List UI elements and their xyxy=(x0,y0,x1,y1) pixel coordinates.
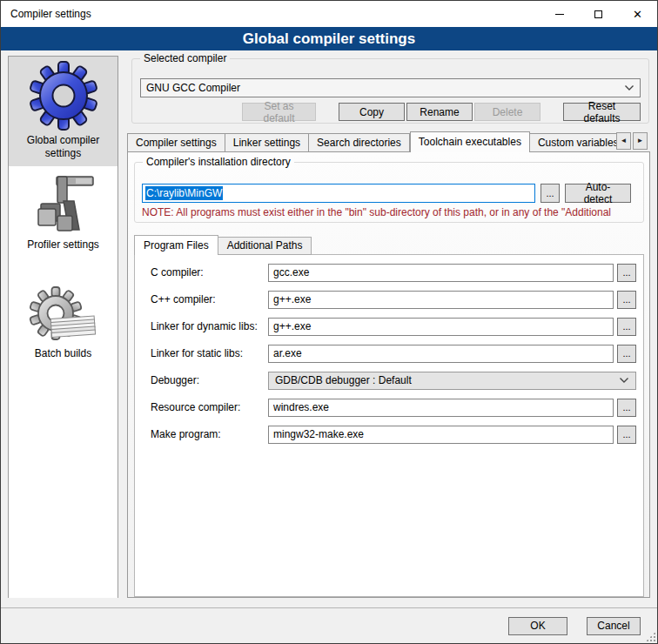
selected-compiler-group-label: Selected compiler xyxy=(140,52,230,64)
c-compiler-input[interactable] xyxy=(268,264,614,282)
cancel-button[interactable]: Cancel xyxy=(587,617,641,635)
resource-compiler-label: Resource compiler: xyxy=(151,401,268,413)
bin-subdirectory-note: NOTE: All programs must exist either in … xyxy=(142,206,636,218)
tab-search-directories[interactable]: Search directories xyxy=(309,133,410,152)
dynamic-linker-input[interactable] xyxy=(268,318,614,336)
installation-directory-input[interactable]: C:\raylib\MinGW xyxy=(142,184,535,203)
close-icon: ✕ xyxy=(633,9,642,20)
page-title: Global compiler settings xyxy=(1,27,657,50)
make-program-browse-button[interactable]: ... xyxy=(617,426,636,444)
program-files-page: C compiler: ... C++ compiler: ... Linker… xyxy=(134,254,644,597)
subtab-program-files[interactable]: Program Files xyxy=(134,235,218,255)
tab-scroll-left-button[interactable]: ◄ xyxy=(616,132,631,150)
delete-button[interactable]: Delete xyxy=(474,103,540,121)
reset-defaults-button[interactable]: Reset defaults xyxy=(563,103,641,121)
sidebar-item-label: Profiler settings xyxy=(27,238,99,252)
compiler-select[interactable]: GNU GCC Compiler xyxy=(140,78,641,97)
maximize-button[interactable] xyxy=(579,1,618,27)
dynamic-linker-label: Linker for dynamic libs: xyxy=(151,320,268,332)
cpp-compiler-browse-button[interactable]: ... xyxy=(617,291,636,309)
minimize-button[interactable] xyxy=(540,1,579,27)
set-as-default-button[interactable]: Set as default xyxy=(242,103,316,121)
installation-directory-value: C:\raylib\MinGW xyxy=(145,186,223,200)
compiler-buttons-row: Set as default Copy Rename Delete Reset … xyxy=(140,103,641,121)
dialog-footer: OK Cancel xyxy=(1,607,657,643)
compiler-settings-dialog: Compiler settings ✕ Global compiler sett… xyxy=(0,0,658,644)
gear-icon xyxy=(29,61,98,131)
cpp-compiler-input[interactable] xyxy=(268,291,614,309)
caliper-icon xyxy=(30,172,97,235)
window-controls: ✕ xyxy=(540,1,657,27)
maximize-icon xyxy=(594,10,602,18)
auto-detect-button[interactable]: Auto-detect xyxy=(565,184,631,203)
dynamic-linker-row: Linker for dynamic libs: ... xyxy=(151,318,636,336)
debugger-select[interactable]: GDB/CDB debugger : Default xyxy=(268,372,636,390)
compiler-select-value: GNU GCC Compiler xyxy=(146,82,624,94)
copy-button[interactable]: Copy xyxy=(339,103,405,121)
program-subtabs: Program Files Additional Paths xyxy=(134,235,644,255)
c-compiler-browse-button[interactable]: ... xyxy=(617,264,636,282)
tab-compiler-settings[interactable]: Compiler settings xyxy=(127,133,225,152)
debugger-row: Debugger: GDB/CDB debugger : Default xyxy=(151,372,636,390)
static-linker-label: Linker for static libs: xyxy=(151,347,268,359)
subtab-additional-paths[interactable]: Additional Paths xyxy=(218,237,312,255)
gear-papers-icon xyxy=(29,286,98,344)
tab-toolchain-executables[interactable]: Toolchain executables xyxy=(410,131,530,152)
debugger-label: Debugger: xyxy=(151,374,268,386)
selected-compiler-group: Selected compiler GNU GCC Compiler Set a… xyxy=(131,58,649,124)
c-compiler-label: C compiler: xyxy=(151,266,268,278)
rename-button[interactable]: Rename xyxy=(406,103,473,121)
tab-custom-variables[interactable]: Custom variables xyxy=(530,133,616,152)
c-compiler-row: C compiler: ... xyxy=(151,264,636,282)
sidebar-item-batch-builds[interactable]: Batch builds xyxy=(9,282,118,366)
resource-compiler-browse-button[interactable]: ... xyxy=(617,399,636,417)
chevron-down-icon xyxy=(624,84,634,91)
debugger-select-value: GDB/CDB debugger : Default xyxy=(275,374,619,386)
installation-directory-group: Compiler's installation directory C:\ray… xyxy=(134,162,644,223)
chevron-down-icon xyxy=(619,377,629,384)
sidebar-item-label: Global compiler settings xyxy=(10,134,116,160)
titlebar: Compiler settings ✕ xyxy=(1,1,657,27)
make-program-input[interactable] xyxy=(268,426,614,444)
static-linker-row: Linker for static libs: ... xyxy=(151,345,636,363)
ok-button[interactable]: OK xyxy=(508,617,567,635)
installation-directory-browse-button[interactable]: ... xyxy=(540,184,560,203)
static-linker-browse-button[interactable]: ... xyxy=(617,345,636,363)
sidebar-item-global-compiler-settings[interactable]: Global compiler settings xyxy=(9,57,118,166)
toolchain-executables-panel: Compiler's installation directory C:\ray… xyxy=(127,151,650,598)
minimize-icon xyxy=(555,14,564,15)
tab-linker-settings[interactable]: Linker settings xyxy=(225,133,309,152)
cpp-compiler-row: C++ compiler: ... xyxy=(151,291,636,309)
sidebar-item-profiler-settings[interactable]: Profiler settings xyxy=(9,168,118,258)
settings-category-sidebar: Global compiler settings xyxy=(8,56,118,598)
static-linker-input[interactable] xyxy=(268,345,614,363)
tab-scroll-right-button[interactable]: ► xyxy=(633,132,648,150)
cpp-compiler-label: C++ compiler: xyxy=(151,293,268,305)
settings-tabs: Compiler settings Linker settings Search… xyxy=(127,131,650,152)
window-title: Compiler settings xyxy=(1,8,91,20)
make-program-row: Make program: ... xyxy=(151,426,636,444)
tab-scroll-controls: ◄ ► xyxy=(616,132,648,150)
tabs-strip: Compiler settings Linker settings Search… xyxy=(127,131,616,152)
make-program-label: Make program: xyxy=(151,428,268,440)
resize-grip[interactable] xyxy=(646,632,655,641)
sidebar-item-label: Batch builds xyxy=(35,347,91,360)
resource-compiler-input[interactable] xyxy=(268,399,614,417)
close-button[interactable]: ✕ xyxy=(618,1,657,27)
installation-directory-label: Compiler's installation directory xyxy=(143,156,294,168)
resource-compiler-row: Resource compiler: ... xyxy=(151,399,636,417)
dynamic-linker-browse-button[interactable]: ... xyxy=(617,318,636,336)
